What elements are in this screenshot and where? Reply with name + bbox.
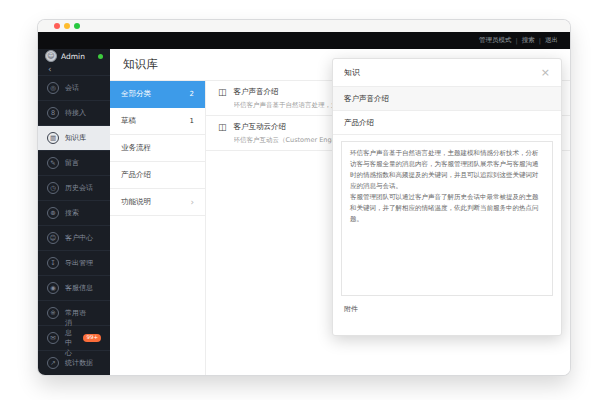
- knowledge-search-input[interactable]: [344, 68, 541, 77]
- category-item-all[interactable]: 全部分类 2: [110, 81, 205, 108]
- topbar-link-admin-mode[interactable]: 管理员模式: [479, 36, 512, 45]
- quick-replies-icon: ※: [47, 307, 59, 319]
- chevron-left-icon: ‹: [48, 64, 52, 74]
- sidebar-item-label: 历史会话: [65, 183, 93, 193]
- sidebar-item-conversations[interactable]: ◎ 会话: [38, 75, 110, 100]
- popup-result-product-intro[interactable]: 产品介绍: [333, 111, 561, 135]
- sidebar-item-label: 消息中心: [65, 318, 77, 358]
- user-row[interactable]: ☺ Admin: [38, 49, 110, 63]
- close-window-button[interactable]: [54, 23, 60, 29]
- avatar: ☺: [45, 50, 57, 62]
- book-icon: ◫: [218, 87, 227, 115]
- category-list: 全部分类 2 草稿 1 业务流程 产品介绍 功能说明 ›: [110, 81, 206, 375]
- knowledge-search-popup: × 客户声音介绍 产品介绍 环信客户声音基于自然语言处理，主题建模和情感分析技术…: [332, 58, 562, 336]
- sidebar-item-pending-queue[interactable]: 8 待接入: [38, 100, 110, 125]
- sidebar-item-label: 知识库: [65, 133, 86, 143]
- user-name: Admin: [61, 52, 85, 61]
- chevron-right-icon: ›: [190, 197, 194, 207]
- sidebar: ☺ Admin ‹ ◎ 会话 8 待接入 ▥ 知识库: [38, 49, 110, 375]
- history-clock-icon: ◷: [47, 182, 59, 194]
- topbar-separator: |: [516, 37, 518, 45]
- sidebar-item-label: 会话: [65, 83, 79, 93]
- sidebar-item-label: 客服信息: [65, 283, 93, 293]
- category-label: 草稿: [121, 116, 136, 126]
- popup-result-customer-voice[interactable]: 客户声音介绍: [333, 87, 561, 111]
- sidebar-item-search[interactable]: ⊕ 搜索: [38, 200, 110, 225]
- category-label: 全部分类: [121, 89, 151, 99]
- sidebar-item-label: 待接入: [65, 108, 86, 118]
- category-label: 产品介绍: [121, 170, 151, 180]
- sidebar-item-messages[interactable]: ✎ 留言: [38, 150, 110, 175]
- app-window: 管理员模式 | 搜索 | 退出 ☺ Admin ‹ ◎ 会话 8 待接入: [38, 20, 570, 375]
- leave-message-icon: ✎: [47, 157, 59, 169]
- unread-count-badge: 99+: [83, 334, 101, 342]
- topbar-link-search[interactable]: 搜索: [522, 36, 535, 45]
- book-icon: ◫: [218, 122, 227, 150]
- queue-icon: 8: [47, 107, 59, 119]
- knowledge-paragraph: 环信客户声音基于自然语言处理，主题建模和情感分析技术，分析访客与客服全量的消息内…: [350, 148, 544, 192]
- sidebar-menu: ◎ 会话 8 待接入 ▥ 知识库 ✎ 留言 ◷ 历史会话: [38, 75, 110, 375]
- customer-center-icon: ☺: [47, 232, 59, 244]
- chat-icon: ◎: [47, 82, 59, 94]
- sidebar-item-export[interactable]: ↧ 导出管理: [38, 250, 110, 275]
- category-item-business-process[interactable]: 业务流程: [110, 135, 205, 162]
- category-item-product-intro[interactable]: 产品介绍: [110, 162, 205, 189]
- category-label: 业务流程: [121, 143, 151, 153]
- topbar-link-logout[interactable]: 退出: [545, 36, 558, 45]
- agent-info-icon: ◉: [47, 282, 59, 294]
- knowledge-content-box: 环信客户声音基于自然语言处理，主题建模和情感分析技术，分析访客与客服全量的消息内…: [341, 141, 553, 296]
- sidebar-item-label: 统计数据: [65, 358, 93, 368]
- sidebar-item-label: 常用语: [65, 308, 86, 318]
- statistics-icon: ↗: [47, 357, 59, 369]
- sidebar-item-agent-info[interactable]: ◉ 客服信息: [38, 275, 110, 300]
- online-status-dot: [98, 54, 103, 59]
- category-item-drafts[interactable]: 草稿 1: [110, 108, 205, 135]
- topbar-separator: |: [539, 37, 541, 45]
- sidebar-item-label: 留言: [65, 158, 79, 168]
- close-icon[interactable]: ×: [541, 67, 550, 78]
- search-icon: ⊕: [47, 207, 59, 219]
- zoom-window-button[interactable]: [74, 23, 80, 29]
- page-title: 知识库: [123, 57, 158, 72]
- sidebar-item-knowledge-base[interactable]: ▥ 知识库: [38, 125, 110, 150]
- collapse-sidebar-button[interactable]: ‹: [38, 63, 110, 75]
- bell-icon: ✉: [47, 332, 59, 344]
- minimize-window-button[interactable]: [64, 23, 70, 29]
- knowledge-base-icon: ▥: [47, 132, 59, 144]
- knowledge-paragraph: 客服管理团队可以通过客户声音了解历史会话中最常被提及的主题和关键词，并了解相应的…: [350, 192, 544, 225]
- sidebar-item-label: 客户中心: [65, 233, 93, 243]
- category-count: 1: [190, 117, 194, 125]
- sidebar-item-label: 导出管理: [65, 258, 93, 268]
- titlebar: [38, 20, 570, 32]
- topbar: 管理员模式 | 搜索 | 退出: [38, 32, 570, 49]
- sidebar-item-customer-center[interactable]: ☺ 客户中心: [38, 225, 110, 250]
- attachments-section: 附件: [333, 296, 561, 335]
- sidebar-item-history[interactable]: ◷ 历史会话: [38, 175, 110, 200]
- category-item-feature-description[interactable]: 功能说明 ›: [110, 189, 205, 216]
- category-count: 2: [190, 90, 194, 98]
- sidebar-item-label: 搜索: [65, 208, 79, 218]
- export-download-icon: ↧: [47, 257, 59, 269]
- sidebar-item-message-center[interactable]: ✉ 消息中心 99+: [38, 325, 110, 350]
- popup-header: ×: [333, 59, 561, 87]
- category-label: 功能说明: [121, 197, 151, 207]
- attachments-label: 附件: [344, 305, 358, 313]
